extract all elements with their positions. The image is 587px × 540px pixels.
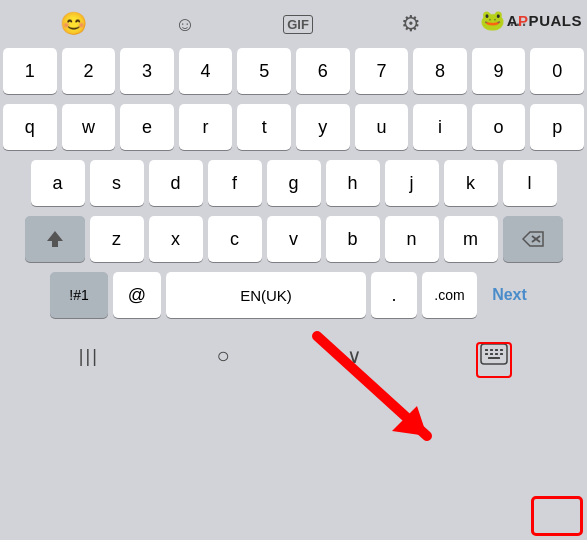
key-b[interactable]: b [326, 216, 380, 262]
svg-marker-0 [47, 231, 63, 247]
svg-rect-11 [490, 353, 493, 355]
key-z[interactable]: z [90, 216, 144, 262]
highlight-box [531, 496, 583, 536]
watermark: 🐸 APPUALS [480, 8, 582, 32]
key-q[interactable]: q [3, 104, 57, 150]
gif-icon: GIF [283, 15, 313, 34]
dot-key[interactable]: . [371, 272, 417, 318]
backspace-key[interactable] [503, 216, 563, 262]
key-r[interactable]: r [179, 104, 233, 150]
key-9[interactable]: 9 [472, 48, 526, 94]
nav-bar: ||| ○ ∨ [0, 334, 587, 378]
nav-back-icon: ∨ [347, 344, 362, 368]
brand-text: APPUALS [507, 12, 582, 29]
key-1[interactable]: 1 [3, 48, 57, 94]
key-7[interactable]: 7 [355, 48, 409, 94]
com-key[interactable]: .com [422, 272, 477, 318]
key-d[interactable]: d [149, 160, 203, 206]
svg-rect-10 [485, 353, 488, 355]
shift-key[interactable] [25, 216, 85, 262]
nav-home-icon: ○ [217, 343, 230, 369]
key-f[interactable]: f [208, 160, 262, 206]
key-6[interactable]: 6 [296, 48, 350, 94]
nav-menu-icon: ||| [79, 346, 99, 367]
svg-rect-9 [500, 349, 503, 351]
settings-button[interactable]: ⚙ [397, 7, 425, 41]
asdf-row: a s d f g h j k l [3, 160, 584, 206]
key-j[interactable]: j [385, 160, 439, 206]
key-t[interactable]: t [237, 104, 291, 150]
key-e[interactable]: e [120, 104, 174, 150]
symbol-key[interactable]: !#1 [50, 272, 108, 318]
emoji-button[interactable]: 😊 [56, 7, 91, 41]
nav-home-button[interactable]: ○ [205, 339, 242, 373]
key-4[interactable]: 4 [179, 48, 233, 94]
zxcv-row: z x c v b n m [3, 216, 584, 262]
key-2[interactable]: 2 [62, 48, 116, 94]
sticker-button[interactable]: ☺ [171, 9, 199, 40]
gear-icon: ⚙ [401, 11, 421, 37]
key-g[interactable]: g [267, 160, 321, 206]
key-a[interactable]: a [31, 160, 85, 206]
key-c[interactable]: c [208, 216, 262, 262]
nav-keyboard-button[interactable] [468, 339, 520, 374]
key-8[interactable]: 8 [413, 48, 467, 94]
mascot-icon: 🐸 [480, 9, 505, 31]
nav-back-button[interactable]: ∨ [335, 340, 374, 372]
svg-rect-6 [485, 349, 488, 351]
sticker-icon: ☺ [175, 13, 195, 36]
nav-keyboard-icon [480, 343, 508, 370]
keyboard: 1 2 3 4 5 6 7 8 9 0 q w e r t y u i o p … [0, 48, 587, 332]
qwerty-row: q w e r t y u i o p [3, 104, 584, 150]
bottom-row: !#1 @ EN(UK) . .com Next [3, 272, 584, 318]
key-v[interactable]: v [267, 216, 321, 262]
svg-rect-8 [495, 349, 498, 351]
key-0[interactable]: 0 [530, 48, 584, 94]
key-o[interactable]: o [472, 104, 526, 150]
svg-rect-7 [490, 349, 493, 351]
spacebar-key[interactable]: EN(UK) [166, 272, 366, 318]
svg-rect-5 [481, 344, 507, 364]
key-l[interactable]: l [503, 160, 557, 206]
key-n[interactable]: n [385, 216, 439, 262]
at-key[interactable]: @ [113, 272, 161, 318]
key-h[interactable]: h [326, 160, 380, 206]
backspace-icon [522, 231, 544, 247]
svg-rect-13 [500, 353, 503, 355]
key-5[interactable]: 5 [237, 48, 291, 94]
key-i[interactable]: i [413, 104, 467, 150]
svg-rect-14 [488, 357, 500, 359]
key-p[interactable]: p [530, 104, 584, 150]
svg-marker-4 [392, 406, 427, 436]
key-3[interactable]: 3 [120, 48, 174, 94]
key-x[interactable]: x [149, 216, 203, 262]
svg-rect-12 [495, 353, 498, 355]
key-w[interactable]: w [62, 104, 116, 150]
key-u[interactable]: u [355, 104, 409, 150]
shift-icon [45, 229, 65, 249]
key-s[interactable]: s [90, 160, 144, 206]
key-k[interactable]: k [444, 160, 498, 206]
nav-menu-button[interactable]: ||| [67, 342, 111, 371]
emoji-icon: 😊 [60, 11, 87, 37]
next-key[interactable]: Next [482, 272, 537, 318]
key-y[interactable]: y [296, 104, 350, 150]
key-m[interactable]: m [444, 216, 498, 262]
gif-button[interactable]: GIF [279, 11, 317, 38]
number-row: 1 2 3 4 5 6 7 8 9 0 [3, 48, 584, 94]
